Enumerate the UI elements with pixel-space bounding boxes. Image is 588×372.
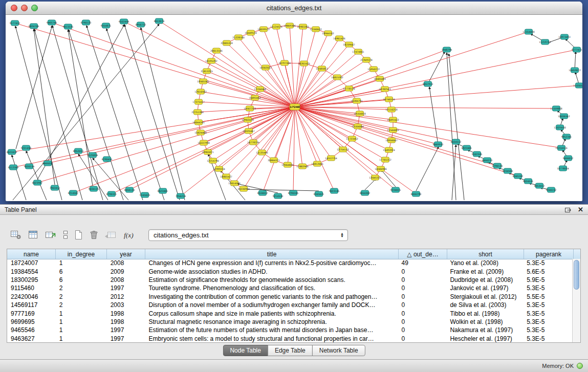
graph-node-label: 15585812: [316, 68, 328, 70]
tab-node-table[interactable]: Node Table: [223, 345, 268, 356]
close-window-icon[interactable]: [11, 5, 17, 11]
network-window-titlebar[interactable]: citations_edges.txt: [6, 2, 582, 15]
graph-edge: [124, 21, 295, 107]
table-row[interactable]: 946362711997Embryonic stem cells: a mode…: [7, 335, 573, 343]
graph-node-label: 10234516: [555, 147, 567, 149]
graph-node-label: 17474841: [352, 51, 364, 53]
graph-edge: [429, 87, 438, 144]
table-type-tabs: Node TableEdge TableNetwork Table: [223, 345, 365, 356]
graph-node-label: 9277413: [572, 49, 582, 51]
graph-node-label: 16091622: [387, 119, 399, 121]
table-cell: Hescheler et al. (1997): [446, 335, 523, 342]
graph-node-label: 17999234: [213, 168, 225, 170]
graph-node-label: 14512754: [325, 157, 337, 160]
graph-node-label: 1948794: [442, 49, 452, 51]
table-cell: 19384554: [7, 268, 56, 275]
graph-node-label: 9023145: [329, 190, 340, 192]
network-canvas[interactable]: 2061314618195292218132551956534112610562…: [6, 15, 582, 201]
fx-icon[interactable]: f(x): [123, 230, 137, 240]
rows-icon[interactable]: [62, 230, 69, 240]
table-cell: Changes of HCN gene expression and I(f) …: [145, 259, 398, 267]
graph-node-label: 9102345: [472, 153, 483, 156]
column-header-out-de[interactable]: △ out_de…: [399, 249, 447, 259]
table-cell: 1997: [107, 335, 145, 342]
network-window: citations_edges.txt 20613146181952922181…: [6, 2, 582, 201]
table-body: 1872400712008Changes of HCN gene express…: [7, 259, 573, 342]
table-row[interactable]: 946554611997Estimation of the future num…: [7, 326, 573, 334]
graph-node-label: 9125834: [88, 154, 98, 157]
table-columns-icon[interactable]: [28, 230, 39, 240]
graph-node-label: 8456120: [124, 189, 135, 191]
graph-node-label: 19782543: [379, 88, 390, 91]
graph-node-label: 10036342: [558, 115, 570, 118]
graph-edge: [295, 85, 579, 107]
table-cell: Investigating the contribution of common…: [145, 293, 398, 300]
table-row[interactable]: 1938455462009Genome-wide association stu…: [7, 267, 573, 275]
table-cell: 6: [56, 276, 107, 283]
table-row[interactable]: 1456911722003Disruption of a novel membe…: [7, 301, 573, 309]
float-panel-icon[interactable]: [565, 207, 572, 212]
graph-node-label: 18485083: [374, 78, 385, 80]
vertical-scrollbar[interactable]: [572, 259, 580, 342]
table-cell: 0: [398, 268, 447, 275]
graph-node-label: 18302022: [259, 67, 271, 69]
graph-node-label: 16983265: [297, 26, 309, 28]
graph-node-label: 17778120: [343, 87, 355, 90]
graph-node-label: 18195292: [205, 60, 217, 62]
table-export-icon[interactable]: [45, 230, 56, 240]
table-row[interactable]: 1872400712008Changes of HCN gene express…: [7, 259, 573, 267]
graph-node-label: 9231456: [21, 147, 32, 149]
graph-node-label: 18956047: [385, 139, 397, 142]
graph-node-label: 9057913: [423, 83, 433, 85]
graph-node-label: 8345621: [314, 193, 324, 195]
table-toolbar: f(x) citations_edges.txt ▲▼: [10, 227, 348, 243]
tab-network-table[interactable]: Network Table: [312, 345, 365, 356]
graph-edge: [295, 107, 518, 176]
scrollbar-thumb[interactable]: [574, 260, 579, 290]
table-selector-dropdown[interactable]: citations_edges.txt ▲▼: [148, 229, 348, 241]
graph-node-label: 11025630: [554, 126, 565, 129]
table-cell: 1: [56, 318, 107, 325]
import-table-icon[interactable]: [104, 230, 117, 240]
close-panel-icon[interactable]: ✕: [578, 206, 583, 213]
new-file-icon[interactable]: [74, 230, 83, 240]
table-cell: 9463627: [7, 335, 56, 342]
svg-text:f(x): f(x): [124, 231, 134, 239]
graph-node-label: 16044245: [192, 121, 204, 124]
table-cell: 9699695: [7, 318, 56, 325]
graph-node-label: 8790456: [102, 158, 113, 161]
graph-node-label: 10459872: [569, 69, 580, 72]
table-cell: Corpus callosum shape and size in male p…: [145, 310, 398, 317]
graph-node-label: 8790124: [492, 165, 503, 167]
table-cell: Franke et al. (2009): [446, 268, 523, 275]
column-header-year[interactable]: year: [107, 249, 145, 259]
graph-node-label: 9852341: [561, 136, 572, 138]
column-header-in-degree[interactable]: in_degree: [56, 249, 107, 259]
table-cell: 5.3E-5: [523, 310, 573, 317]
zoom-window-icon[interactable]: [31, 5, 38, 11]
column-header-pagerank[interactable]: pagerank: [524, 249, 574, 259]
trash-icon[interactable]: [89, 230, 98, 240]
table-settings-icon[interactable]: [10, 230, 21, 240]
graph-node-label: 9465746: [47, 21, 57, 24]
graph-node-label: 12610562: [194, 91, 206, 93]
graph-edge: [293, 107, 295, 193]
table-panel-title: Table Panel: [5, 206, 37, 213]
table-row[interactable]: 911546021997Tourette syndrome. Phenomeno…: [7, 284, 573, 292]
table-row[interactable]: 977716911998Corpus callosum shape and si…: [7, 309, 573, 317]
table-row[interactable]: 969969511998Structural magnetic resonanc…: [7, 318, 573, 326]
graph-edge: [141, 28, 185, 200]
column-header-short[interactable]: short: [447, 249, 524, 259]
tab-edge-table[interactable]: Edge Table: [268, 345, 313, 356]
graph-node-label: 8112309: [8, 166, 19, 169]
table-row[interactable]: 1830029562008Estimation of significance …: [7, 276, 573, 284]
graph-node-label: 9240152: [546, 189, 557, 191]
column-header-title[interactable]: title: [145, 249, 399, 259]
graph-node-label: 19869306: [284, 25, 295, 27]
column-header-name[interactable]: name: [7, 249, 56, 259]
table-row[interactable]: 2242004622012Investigating the contribut…: [7, 293, 573, 301]
table-cell: 0: [398, 276, 447, 283]
table-cell: 14569117: [7, 301, 56, 309]
table-cell: 18300295: [7, 276, 56, 283]
minimize-window-icon[interactable]: [21, 5, 28, 11]
